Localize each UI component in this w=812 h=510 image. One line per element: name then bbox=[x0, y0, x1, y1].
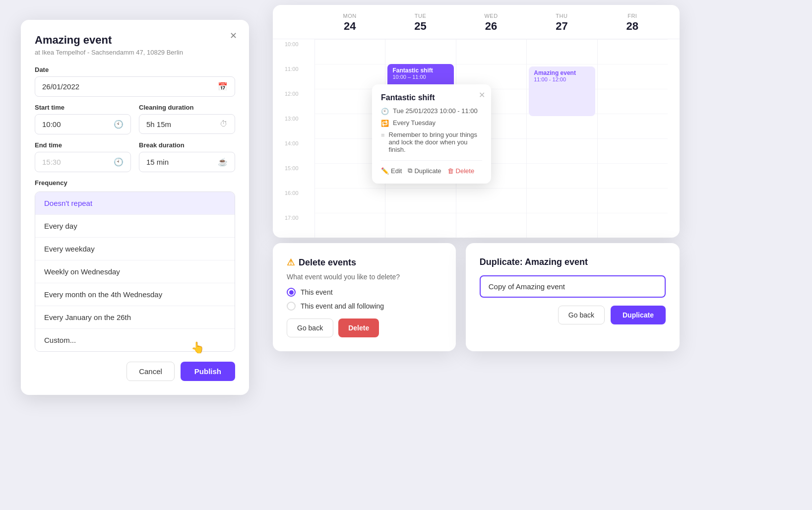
publish-button[interactable]: Publish bbox=[181, 362, 235, 381]
calendar-panel: Mon 24 Tue 25 Wed 26 Thu 27 Fri 28 10:0 bbox=[273, 5, 680, 238]
calendar-day-thu: Thu 27 bbox=[526, 13, 597, 39]
radio-label-this-event: This event bbox=[301, 288, 333, 296]
delete-button[interactable]: 🗑 Delete bbox=[447, 167, 475, 175]
delete-title: ⚠ Delete events bbox=[287, 257, 442, 268]
popup-datetime-value: Tue 25/01/2023 10:00 - 11:00 bbox=[393, 107, 478, 115]
dup-go-back-button[interactable]: Go back bbox=[558, 306, 605, 324]
calendar-day-fri: Fri 28 bbox=[597, 13, 668, 39]
event-form-modal: ✕ Amazing event at Ikea Tempelhof - Sach… bbox=[21, 20, 249, 395]
calendar-day-wed: Wed 26 bbox=[456, 13, 526, 39]
calendar-grid: Fantastic shift 10:00 – 11:00 bbox=[314, 39, 668, 238]
trash-icon: 🗑 bbox=[447, 167, 454, 175]
popup-recurrence-value: Every Tuesday bbox=[393, 119, 436, 127]
end-time-label: End time bbox=[35, 141, 131, 149]
warning-icon: ⚠ bbox=[287, 257, 295, 268]
edit-icon: ✏️ bbox=[381, 167, 389, 175]
event-popup: ✕ Fantastic shift 🕙 Tue 25/01/2023 10:00… bbox=[372, 84, 491, 184]
duplicate-title: Duplicate: Amazing event bbox=[480, 257, 666, 267]
clock-icon: 🕙 bbox=[114, 120, 124, 129]
date-label: Date bbox=[35, 66, 235, 73]
cancel-button[interactable]: Cancel bbox=[126, 362, 175, 381]
popup-title: Fantastic shift bbox=[381, 93, 482, 102]
popup-note: ≡ Remember to bring your things and lock… bbox=[381, 131, 482, 153]
cal-col-thu: Amazing event 11:00 - 12:00 bbox=[526, 39, 597, 238]
cleaning-duration-input[interactable]: 5h 15m ⏱ bbox=[139, 114, 235, 134]
freq-option-0[interactable]: Doesn't repeat bbox=[35, 192, 235, 215]
radio-this-event[interactable]: This event bbox=[287, 288, 442, 297]
duplicate-button[interactable]: ⧉ Duplicate bbox=[408, 167, 441, 175]
cleaning-duration-label: Cleaning duration bbox=[139, 104, 235, 111]
duplicate-name-input[interactable] bbox=[480, 275, 666, 298]
popup-note-value: Remember to bring your things and lock t… bbox=[389, 131, 482, 153]
freq-option-5[interactable]: Every January on the 26th bbox=[35, 306, 235, 329]
timer-icon: ⏱ bbox=[220, 120, 228, 128]
freq-option-2[interactable]: Every weekday bbox=[35, 238, 235, 260]
delete-question: What event would you like to delete? bbox=[287, 273, 442, 281]
calendar-day-mon: Mon 24 bbox=[314, 13, 385, 39]
cal-col-fri bbox=[597, 39, 668, 238]
close-button[interactable]: ✕ bbox=[226, 29, 240, 43]
freq-option-3[interactable]: Weekly on Wednesday bbox=[35, 260, 235, 283]
edit-button[interactable]: ✏️ Edit bbox=[381, 167, 402, 175]
popup-close-button[interactable]: ✕ bbox=[479, 90, 485, 100]
popup-recurrence: 🔁 Every Tuesday bbox=[381, 119, 482, 127]
repeat-icon: 🔁 bbox=[381, 120, 389, 127]
calendar-icon: 📅 bbox=[218, 82, 228, 91]
duplicate-panel: Duplicate: Amazing event Go back Duplica… bbox=[466, 243, 680, 351]
delete-confirm-button[interactable]: Delete bbox=[338, 319, 379, 337]
radio-btn-this-event[interactable] bbox=[287, 288, 296, 297]
event-location: at Ikea Tempelhof - Sachsendamm 47, 1082… bbox=[35, 49, 235, 56]
start-time-input[interactable]: 10:00 🕙 bbox=[35, 114, 131, 134]
calendar-day-tue: Tue 25 bbox=[385, 13, 455, 39]
cleaning-duration-value: 5h 15m bbox=[146, 120, 171, 128]
end-time-input[interactable]: 15:30 🕙 bbox=[35, 152, 131, 172]
duplicate-icon: ⧉ bbox=[408, 167, 412, 175]
cal-event-amazing-event[interactable]: Amazing event 11:00 - 12:00 bbox=[529, 66, 595, 116]
popup-actions: ✏️ Edit ⧉ Duplicate 🗑 Delete bbox=[381, 160, 482, 175]
calendar-header: Mon 24 Tue 25 Wed 26 Thu 27 Fri 28 bbox=[273, 5, 680, 39]
bottom-panels: ⚠ Delete events What event would you lik… bbox=[273, 243, 680, 351]
start-time-value: 10:00 bbox=[42, 120, 61, 128]
freq-option-1[interactable]: Every day bbox=[35, 215, 235, 238]
radio-btn-all-following[interactable] bbox=[287, 302, 296, 311]
duplicate-actions: Go back Duplicate bbox=[480, 306, 666, 324]
delete-actions: Go back Delete bbox=[287, 319, 442, 337]
cal-times: 10:00 11:00 12:00 13:00 14:00 15:00 16:0… bbox=[285, 39, 314, 238]
date-input[interactable]: 26/01/2022 📅 bbox=[35, 76, 235, 97]
clock-icon-popup: 🕙 bbox=[381, 108, 389, 115]
break-duration-value: 15 min bbox=[146, 158, 169, 166]
date-value: 26/01/2022 bbox=[42, 82, 79, 91]
end-time-value: 15:30 bbox=[42, 158, 61, 166]
start-time-label: Start time bbox=[35, 104, 131, 111]
radio-all-following[interactable]: This event and all following bbox=[287, 302, 442, 311]
frequency-list: Doesn't repeat Every day Every weekday W… bbox=[35, 191, 235, 352]
radio-label-all-following: This event and all following bbox=[301, 302, 384, 310]
duplicate-confirm-button[interactable]: Duplicate bbox=[611, 306, 666, 324]
modal-actions: Cancel Publish bbox=[35, 362, 235, 381]
event-title: Amazing event bbox=[35, 34, 235, 47]
break-icon: ☕ bbox=[218, 157, 228, 167]
freq-option-4[interactable]: Every month on the 4th Wednesday bbox=[35, 283, 235, 306]
delete-events-panel: ⚠ Delete events What event would you lik… bbox=[273, 243, 456, 351]
frequency-label: Frequency bbox=[35, 179, 235, 187]
go-back-button[interactable]: Go back bbox=[287, 319, 333, 337]
clock-icon-2: 🕙 bbox=[114, 157, 124, 167]
freq-option-6[interactable]: Custom... bbox=[35, 329, 235, 351]
break-duration-input[interactable]: 15 min ☕ bbox=[139, 152, 235, 172]
popup-datetime: 🕙 Tue 25/01/2023 10:00 - 11:00 bbox=[381, 107, 482, 115]
break-duration-label: Break duration bbox=[139, 141, 235, 149]
note-icon: ≡ bbox=[381, 131, 385, 139]
